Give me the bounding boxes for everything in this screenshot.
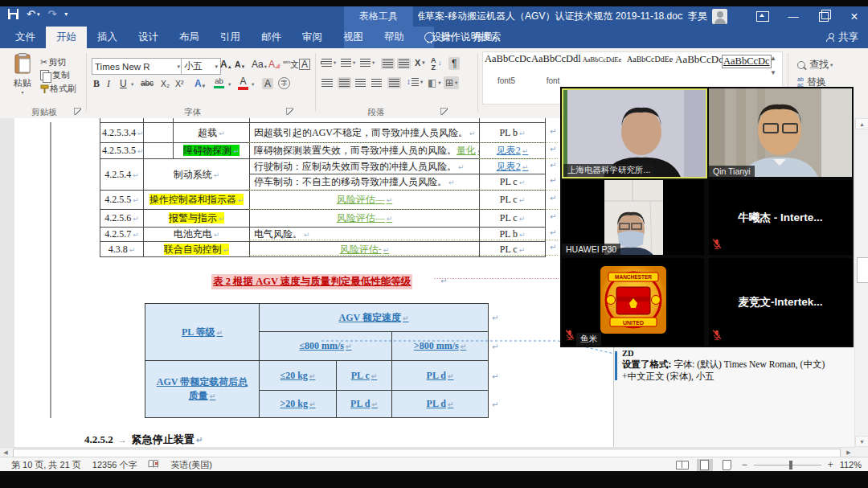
tab-references[interactable]: 引用 [210, 27, 251, 48]
underline-dropdown-icon[interactable]: ▾ [130, 82, 133, 88]
video-tile-yumi[interactable]: MANCHESTER UNITED 鱼米 [562, 258, 704, 346]
font-color-button[interactable]: A [238, 76, 248, 90]
asian-layout-button[interactable]: X▾ [415, 58, 425, 68]
restore-icon[interactable] [809, 6, 839, 27]
bullets-button[interactable]: ▾ [321, 59, 336, 67]
tab-design[interactable]: 设计 [128, 27, 169, 48]
performance-level-table[interactable]: PL 等级 AGV 额定速度 ≤800 mm/s >800 mm/s AGV 带… [145, 303, 489, 418]
zoom-in-icon[interactable]: + [828, 459, 833, 470]
risk-table[interactable]: 4.2.5.3.4 超载 因超载引起的AGV不稳定，而导致冲撞人员风险。 PL … [100, 118, 546, 257]
video-tile-qin-tianyi[interactable]: Qin Tianyi [709, 88, 852, 177]
video-tile-niu-xijie[interactable]: 牛曦杰 - Interte... [709, 180, 852, 255]
phonetic-guide-button[interactable]: win文 [283, 59, 299, 69]
styles-scroll-up-icon[interactable]: ▲ [770, 55, 776, 62]
undo-icon[interactable]: ↶▾ [27, 9, 39, 19]
page-indicator[interactable]: 第 10 页, 共 21 页 [11, 459, 81, 471]
read-mode-icon[interactable] [674, 459, 690, 471]
save-icon[interactable] [8, 9, 18, 19]
tab-file[interactable]: 文件 [5, 27, 46, 48]
underline-button[interactable]: U [120, 79, 127, 88]
paste-button[interactable]: 粘贴 ▾ [8, 53, 37, 98]
revision-comment[interactable]: ZD 设置了格式: 字体: (默认) Times New Roman, (中文)… [622, 348, 854, 382]
video-tile-shanghai[interactable]: 上海电器科学研究所... [562, 88, 707, 178]
tab-home[interactable]: 开始 [46, 27, 87, 48]
italic-button[interactable]: I [107, 79, 110, 88]
tell-me-search[interactable]: 操作说明搜索 [424, 27, 501, 48]
show-hide-marks-button[interactable]: ¶ [448, 57, 460, 70]
scroll-down-icon[interactable]: ▼ [855, 436, 868, 447]
word-count[interactable]: 12356 个字 [92, 459, 137, 471]
font-dialog-launcher-icon[interactable] [286, 108, 293, 115]
font-name-combo[interactable]: Times New R▾ [92, 58, 183, 75]
paste-dropdown-icon[interactable]: ▾ [8, 89, 37, 95]
tab-review[interactable]: 审阅 [292, 27, 333, 48]
font-size-combo[interactable]: 小五▾ [181, 58, 221, 75]
zoom-level[interactable]: 112% [840, 460, 862, 470]
paragraph-dialog-launcher-icon[interactable] [440, 108, 448, 115]
change-case-button[interactable]: Aa▾ [252, 59, 267, 69]
tab-layout[interactable]: 布局 [169, 27, 210, 48]
video-conference-panel[interactable]: 上海电器科学研究所... Qin Tianyi [560, 87, 854, 347]
style-card[interactable]: AaBbCcDcfont5 [485, 53, 528, 95]
zoom-out-icon[interactable]: − [742, 459, 747, 470]
text-effects-button[interactable]: A▾ [194, 79, 205, 88]
align-right-button[interactable] [355, 79, 366, 87]
tab-view[interactable]: 视图 [333, 27, 374, 48]
highlight-dropdown-icon[interactable]: ▾ [227, 82, 231, 88]
scroll-up-icon[interactable]: ▲ [855, 118, 868, 129]
tab-mailings[interactable]: 邮件 [251, 27, 292, 48]
superscript-button[interactable]: X² [175, 80, 184, 88]
shading-button[interactable]: ◧▾ [428, 77, 441, 88]
share-button[interactable]: 共享 [826, 27, 858, 48]
vertical-scroll-thumb[interactable] [857, 257, 868, 283]
video-tile-huawei-p30[interactable]: HUAWEI P30 [562, 180, 704, 255]
tab-help[interactable]: 帮助 [374, 27, 415, 48]
avatar[interactable] [712, 9, 727, 24]
find-button[interactable]: 查找 ▾ [797, 58, 833, 72]
numbering-button[interactable]: ▾ [341, 59, 355, 67]
copy-button[interactable]: 复制 [40, 69, 70, 81]
find-label: 查找 [809, 58, 829, 72]
zoom-slider-thumb[interactable] [789, 461, 792, 470]
tab-insert[interactable]: 插入 [87, 27, 128, 48]
align-left-button[interactable] [321, 79, 333, 87]
qat-customize-icon[interactable]: ▾ [64, 11, 68, 18]
multilevel-list-button[interactable]: ▾ [360, 59, 375, 67]
decrease-indent-button[interactable] [381, 58, 395, 69]
align-center-button[interactable] [339, 79, 350, 87]
ribbon-display-options-icon[interactable] [747, 6, 778, 27]
shrink-font-button[interactable]: A▼ [235, 60, 246, 69]
print-layout-icon[interactable] [697, 459, 713, 471]
close-icon[interactable]: × [839, 6, 868, 27]
justify-button[interactable] [371, 79, 382, 87]
subscript-button[interactable]: X₂ [161, 80, 170, 88]
line-spacing-button[interactable]: ↕▾ [407, 77, 423, 86]
format-painter-button[interactable]: 格式刷 [40, 83, 76, 95]
increase-indent-button[interactable] [397, 58, 411, 69]
character-shading-button[interactable]: A [262, 78, 273, 89]
zoom-slider[interactable] [754, 465, 821, 465]
distribute-button[interactable] [389, 79, 399, 87]
enclose-characters-button[interactable]: 字 [278, 77, 290, 89]
vertical-scrollbar[interactable]: ▲ ▼ [854, 118, 868, 447]
cut-button[interactable]: ✂ 剪切 [40, 56, 66, 68]
video-tile-mai-jingwen[interactable]: 麦竞文-Intertek... [709, 258, 852, 346]
clipboard-dialog-launcher-icon[interactable] [74, 108, 81, 115]
character-border-button[interactable]: A [299, 59, 310, 70]
grow-font-button[interactable]: A▲ [220, 59, 232, 69]
highlight-color-button[interactable]: ab [214, 77, 224, 88]
language-indicator[interactable]: 英语(美国) [170, 459, 211, 471]
proofing-icon[interactable] [148, 459, 159, 470]
muted-mic-icon [712, 238, 722, 252]
bold-button[interactable]: B [93, 79, 100, 88]
sort-button[interactable]: AZ [431, 57, 436, 71]
minimize-icon[interactable]: — [778, 6, 809, 27]
redo-icon[interactable]: ↷ [47, 9, 56, 19]
web-layout-icon[interactable] [719, 459, 735, 471]
styles-scroll-down-icon[interactable]: ▼ [770, 69, 776, 76]
borders-button[interactable]: ⊞▾ [444, 76, 459, 89]
clear-format-button[interactable]: A◢ [268, 59, 280, 69]
strikethrough-button[interactable]: abc [141, 80, 154, 88]
account-area[interactable]: 李昊 [688, 6, 727, 27]
font-color-dropdown-icon[interactable]: ▾ [251, 82, 254, 88]
